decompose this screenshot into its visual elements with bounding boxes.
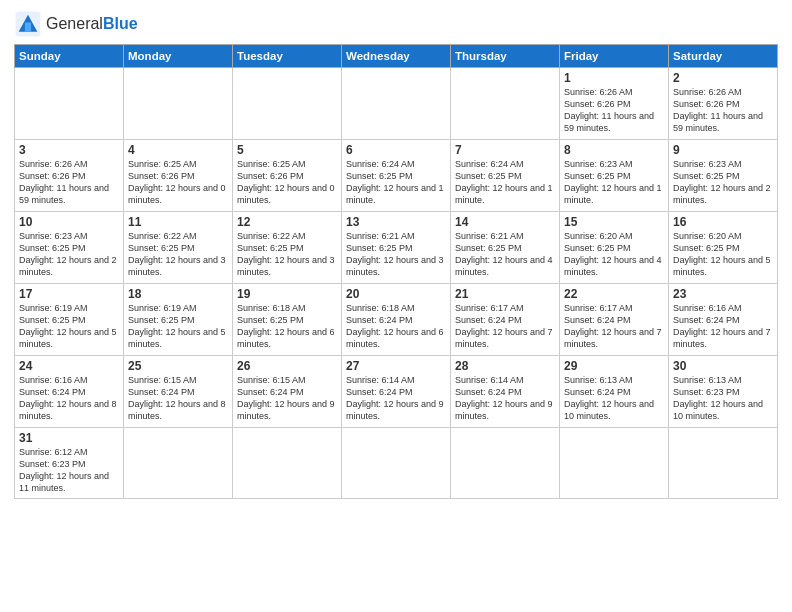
calendar-cell: 28Sunrise: 6:14 AM Sunset: 6:24 PM Dayli… [451, 356, 560, 428]
day-info: Sunrise: 6:18 AM Sunset: 6:24 PM Dayligh… [346, 302, 446, 351]
day-info: Sunrise: 6:20 AM Sunset: 6:25 PM Dayligh… [564, 230, 664, 279]
day-number: 28 [455, 359, 555, 373]
day-info: Sunrise: 6:14 AM Sunset: 6:24 PM Dayligh… [346, 374, 446, 423]
calendar-cell [342, 428, 451, 499]
weekday-header-tuesday: Tuesday [233, 45, 342, 68]
day-info: Sunrise: 6:18 AM Sunset: 6:25 PM Dayligh… [237, 302, 337, 351]
calendar-cell: 12Sunrise: 6:22 AM Sunset: 6:25 PM Dayli… [233, 212, 342, 284]
day-info: Sunrise: 6:23 AM Sunset: 6:25 PM Dayligh… [19, 230, 119, 279]
day-info: Sunrise: 6:26 AM Sunset: 6:26 PM Dayligh… [564, 86, 664, 135]
day-info: Sunrise: 6:22 AM Sunset: 6:25 PM Dayligh… [237, 230, 337, 279]
logo: GeneralBlue [14, 10, 138, 38]
day-number: 15 [564, 215, 664, 229]
day-number: 27 [346, 359, 446, 373]
day-number: 25 [128, 359, 228, 373]
day-number: 1 [564, 71, 664, 85]
calendar-cell: 22Sunrise: 6:17 AM Sunset: 6:24 PM Dayli… [560, 284, 669, 356]
day-number: 3 [19, 143, 119, 157]
weekday-header-monday: Monday [124, 45, 233, 68]
calendar-cell: 23Sunrise: 6:16 AM Sunset: 6:24 PM Dayli… [669, 284, 778, 356]
calendar-cell: 21Sunrise: 6:17 AM Sunset: 6:24 PM Dayli… [451, 284, 560, 356]
calendar-cell: 13Sunrise: 6:21 AM Sunset: 6:25 PM Dayli… [342, 212, 451, 284]
day-info: Sunrise: 6:16 AM Sunset: 6:24 PM Dayligh… [19, 374, 119, 423]
calendar-cell [560, 428, 669, 499]
calendar-body: 1Sunrise: 6:26 AM Sunset: 6:26 PM Daylig… [15, 68, 778, 499]
day-info: Sunrise: 6:15 AM Sunset: 6:24 PM Dayligh… [128, 374, 228, 423]
calendar-cell [451, 428, 560, 499]
weekday-header-row: SundayMondayTuesdayWednesdayThursdayFrid… [15, 45, 778, 68]
day-number: 31 [19, 431, 119, 445]
day-info: Sunrise: 6:15 AM Sunset: 6:24 PM Dayligh… [237, 374, 337, 423]
calendar-cell: 14Sunrise: 6:21 AM Sunset: 6:25 PM Dayli… [451, 212, 560, 284]
calendar-cell: 5Sunrise: 6:25 AM Sunset: 6:26 PM Daylig… [233, 140, 342, 212]
day-number: 8 [564, 143, 664, 157]
calendar-cell: 30Sunrise: 6:13 AM Sunset: 6:23 PM Dayli… [669, 356, 778, 428]
day-number: 2 [673, 71, 773, 85]
calendar-cell: 16Sunrise: 6:20 AM Sunset: 6:25 PM Dayli… [669, 212, 778, 284]
calendar-cell [124, 68, 233, 140]
day-number: 19 [237, 287, 337, 301]
calendar-cell: 19Sunrise: 6:18 AM Sunset: 6:25 PM Dayli… [233, 284, 342, 356]
weekday-header-saturday: Saturday [669, 45, 778, 68]
weekday-header-thursday: Thursday [451, 45, 560, 68]
calendar-week-4: 17Sunrise: 6:19 AM Sunset: 6:25 PM Dayli… [15, 284, 778, 356]
calendar-cell: 3Sunrise: 6:26 AM Sunset: 6:26 PM Daylig… [15, 140, 124, 212]
day-number: 29 [564, 359, 664, 373]
calendar-week-3: 10Sunrise: 6:23 AM Sunset: 6:25 PM Dayli… [15, 212, 778, 284]
calendar-cell: 29Sunrise: 6:13 AM Sunset: 6:24 PM Dayli… [560, 356, 669, 428]
weekday-header-wednesday: Wednesday [342, 45, 451, 68]
day-info: Sunrise: 6:20 AM Sunset: 6:25 PM Dayligh… [673, 230, 773, 279]
day-info: Sunrise: 6:21 AM Sunset: 6:25 PM Dayligh… [455, 230, 555, 279]
day-info: Sunrise: 6:24 AM Sunset: 6:25 PM Dayligh… [455, 158, 555, 207]
day-number: 17 [19, 287, 119, 301]
weekday-header-sunday: Sunday [15, 45, 124, 68]
day-number: 24 [19, 359, 119, 373]
calendar-cell: 1Sunrise: 6:26 AM Sunset: 6:26 PM Daylig… [560, 68, 669, 140]
calendar-cell [233, 428, 342, 499]
calendar-cell: 25Sunrise: 6:15 AM Sunset: 6:24 PM Dayli… [124, 356, 233, 428]
day-number: 6 [346, 143, 446, 157]
logo-icon [14, 10, 42, 38]
day-info: Sunrise: 6:12 AM Sunset: 6:23 PM Dayligh… [19, 446, 119, 495]
calendar-week-6: 31Sunrise: 6:12 AM Sunset: 6:23 PM Dayli… [15, 428, 778, 499]
calendar-cell [233, 68, 342, 140]
day-number: 12 [237, 215, 337, 229]
day-number: 23 [673, 287, 773, 301]
day-number: 14 [455, 215, 555, 229]
calendar-cell: 6Sunrise: 6:24 AM Sunset: 6:25 PM Daylig… [342, 140, 451, 212]
day-info: Sunrise: 6:22 AM Sunset: 6:25 PM Dayligh… [128, 230, 228, 279]
day-info: Sunrise: 6:23 AM Sunset: 6:25 PM Dayligh… [673, 158, 773, 207]
day-number: 16 [673, 215, 773, 229]
day-number: 20 [346, 287, 446, 301]
day-info: Sunrise: 6:25 AM Sunset: 6:26 PM Dayligh… [128, 158, 228, 207]
day-number: 7 [455, 143, 555, 157]
day-number: 13 [346, 215, 446, 229]
day-number: 22 [564, 287, 664, 301]
calendar-cell: 31Sunrise: 6:12 AM Sunset: 6:23 PM Dayli… [15, 428, 124, 499]
day-info: Sunrise: 6:25 AM Sunset: 6:26 PM Dayligh… [237, 158, 337, 207]
calendar-cell: 8Sunrise: 6:23 AM Sunset: 6:25 PM Daylig… [560, 140, 669, 212]
day-info: Sunrise: 6:19 AM Sunset: 6:25 PM Dayligh… [128, 302, 228, 351]
calendar-week-2: 3Sunrise: 6:26 AM Sunset: 6:26 PM Daylig… [15, 140, 778, 212]
calendar-cell: 7Sunrise: 6:24 AM Sunset: 6:25 PM Daylig… [451, 140, 560, 212]
calendar-cell [124, 428, 233, 499]
calendar-cell [342, 68, 451, 140]
calendar-cell: 18Sunrise: 6:19 AM Sunset: 6:25 PM Dayli… [124, 284, 233, 356]
svg-rect-2 [25, 22, 31, 31]
logo-text: GeneralBlue [46, 15, 138, 33]
day-number: 21 [455, 287, 555, 301]
day-number: 18 [128, 287, 228, 301]
day-info: Sunrise: 6:13 AM Sunset: 6:24 PM Dayligh… [564, 374, 664, 423]
day-info: Sunrise: 6:14 AM Sunset: 6:24 PM Dayligh… [455, 374, 555, 423]
calendar-cell: 24Sunrise: 6:16 AM Sunset: 6:24 PM Dayli… [15, 356, 124, 428]
day-number: 10 [19, 215, 119, 229]
day-info: Sunrise: 6:21 AM Sunset: 6:25 PM Dayligh… [346, 230, 446, 279]
day-number: 30 [673, 359, 773, 373]
day-info: Sunrise: 6:13 AM Sunset: 6:23 PM Dayligh… [673, 374, 773, 423]
day-info: Sunrise: 6:19 AM Sunset: 6:25 PM Dayligh… [19, 302, 119, 351]
day-info: Sunrise: 6:16 AM Sunset: 6:24 PM Dayligh… [673, 302, 773, 351]
day-number: 5 [237, 143, 337, 157]
calendar-page: GeneralBlue SundayMondayTuesdayWednesday… [0, 0, 792, 612]
calendar-cell: 17Sunrise: 6:19 AM Sunset: 6:25 PM Dayli… [15, 284, 124, 356]
calendar-cell: 11Sunrise: 6:22 AM Sunset: 6:25 PM Dayli… [124, 212, 233, 284]
